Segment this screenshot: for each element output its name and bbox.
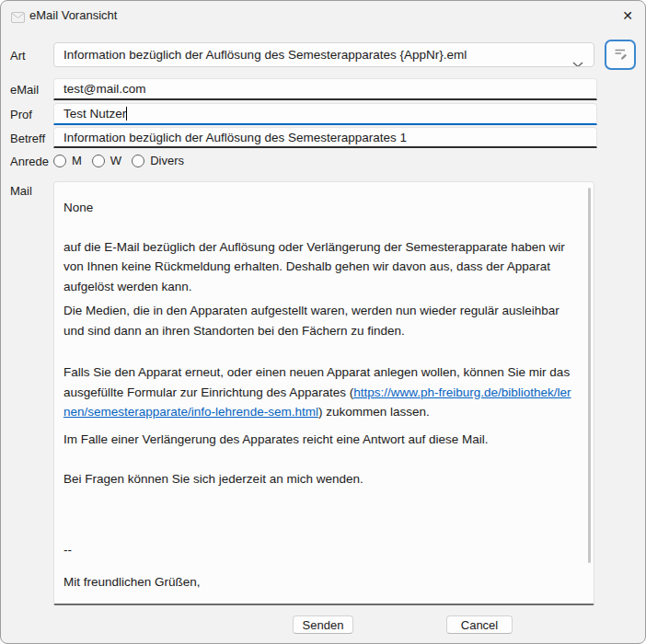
mail-paragraph: Die Medien, die in den Apparaten aufgest…	[63, 301, 575, 340]
mail-paragraph: None	[63, 198, 575, 218]
anrede-radio-m[interactable]: M	[53, 154, 82, 167]
prof-label: Prof	[10, 108, 32, 121]
edit-template-button[interactable]	[605, 40, 636, 70]
mail-body-textarea[interactable]: Noneauf die E-Mail bezüglich der Auflösu…	[53, 181, 594, 605]
art-template-select[interactable]: Information bezüglich der Auflösung des …	[53, 42, 594, 67]
email-value: test@mail.com	[63, 82, 145, 96]
mail-paragraph: Im Falle einer Verlängerung des Apparate…	[63, 430, 575, 450]
radio-unchecked-icon[interactable]	[92, 155, 105, 167]
chevron-down-icon	[572, 52, 583, 67]
radio-label-m: M	[72, 154, 82, 167]
betreff-value: Information bezüglich der Auflösung des …	[63, 131, 407, 144]
mail-paragraph: --	[63, 540, 575, 560]
betreff-input[interactable]: Information bezüglich der Auflösung des …	[53, 127, 597, 148]
text-cursor	[126, 107, 127, 121]
prof-value: Test Nutzer	[63, 107, 126, 121]
send-button[interactable]: Senden	[293, 615, 353, 634]
radio-unchecked-icon[interactable]	[53, 155, 66, 167]
mail-paragraph: Bei Fragen können Sie sich jederzeit an …	[63, 469, 575, 489]
anrede-radio-w[interactable]: W	[92, 154, 121, 167]
betreff-label: Betreff	[10, 132, 45, 145]
radio-label-w: W	[110, 154, 121, 167]
titlebar: eMail Voransicht ✕	[1, 1, 645, 30]
scrollbar-thumb[interactable]	[588, 188, 591, 563]
anrede-label: Anrede	[10, 155, 49, 168]
anrede-radio-divers[interactable]: Divers	[132, 154, 184, 167]
mail-paragraph: Mit freundlichen Grüßen,	[63, 572, 575, 592]
art-label: Art	[10, 49, 26, 63]
anrede-radio-group: M W Divers	[53, 154, 194, 167]
mail-paragraph: auf die E-Mail bezüglich der Auflösung o…	[63, 237, 575, 297]
radio-label-divers: Divers	[150, 154, 184, 167]
edit-note-icon	[613, 46, 629, 64]
email-preview-dialog: eMail Voransicht ✕ Art Information bezüg…	[0, 0, 646, 644]
mail-paragraph: Falls Sie den Apparat erneut, oder einen…	[63, 362, 575, 422]
mail-body: Noneauf die E-Mail bezüglich der Auflösu…	[63, 198, 575, 605]
envelope-icon	[11, 10, 25, 27]
radio-unchecked-icon[interactable]	[132, 155, 144, 167]
cancel-button[interactable]: Cancel	[446, 615, 513, 634]
prof-input[interactable]: Test Nutzer	[53, 103, 597, 125]
email-label: eMail	[10, 83, 39, 97]
close-icon[interactable]: ✕	[617, 6, 638, 25]
email-input[interactable]: test@mail.com	[53, 78, 597, 100]
window-title: eMail Voransicht	[29, 8, 117, 22]
mail-paragraph: Alexander Kirchner	[63, 601, 575, 606]
mail-link[interactable]: https://www.ph-freiburg.de/bibliothek/le…	[63, 385, 571, 420]
mail-label: Mail	[10, 184, 32, 198]
art-selected-value: Information bezüglich der Auflösung des …	[63, 48, 467, 62]
